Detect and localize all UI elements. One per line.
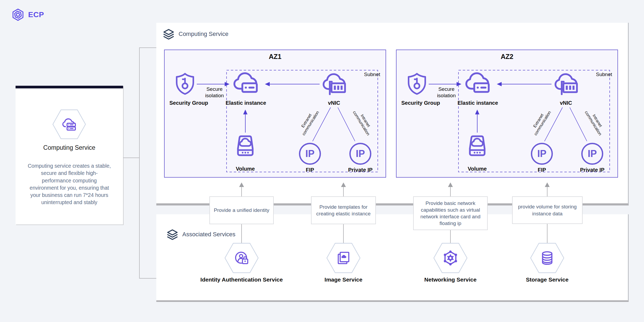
arrowhead-up xyxy=(243,110,247,114)
callout-network-capabilities: Provide basic network capabilities such … xyxy=(413,196,488,230)
storage-service-label: Storage Service xyxy=(502,276,593,283)
fip-ip-text: IP xyxy=(305,148,314,159)
vnic-icon xyxy=(324,74,345,94)
computing-service-hexagon xyxy=(52,109,86,139)
elastic-instance-label: Elastic instance xyxy=(216,100,275,106)
vnic-label: vNIC xyxy=(539,100,593,106)
bracket-top-stub xyxy=(139,47,157,48)
connector-line xyxy=(343,224,344,243)
connector-line xyxy=(547,187,547,196)
private-ip-label: Private IP xyxy=(568,167,616,173)
volume-icon xyxy=(238,136,253,155)
connector-line xyxy=(547,224,547,243)
layers-icon xyxy=(162,28,175,40)
connector-line xyxy=(450,230,451,243)
card-description: Computing service creates a stable, secu… xyxy=(27,162,112,206)
layers-icon xyxy=(166,228,179,241)
private-ip-text: IP xyxy=(588,148,597,159)
elastic-instance-icon xyxy=(234,73,257,92)
private-ip-text: IP xyxy=(356,148,365,159)
secure-isolation-label: Secure isolation xyxy=(431,86,462,99)
identity-service-label: Identity Authentication Service xyxy=(196,276,287,283)
up-arrowhead xyxy=(545,182,550,187)
connector-line xyxy=(450,187,451,196)
arrowhead-left xyxy=(265,82,270,86)
arrowhead-right xyxy=(457,82,461,86)
arrowhead-up xyxy=(475,110,479,114)
subnet-label: Subnet xyxy=(583,71,612,78)
az2-box: AZ2 Subnet Secure isolation Security Gro… xyxy=(396,50,618,178)
security-group-label: Security Group xyxy=(397,100,445,106)
fip-label: FIP xyxy=(520,167,563,173)
computing-section-header: Computing Service xyxy=(162,28,228,40)
architecture-diagram: ECP Computing Service Computing service … xyxy=(0,0,644,322)
private-ip-label: Private IP xyxy=(336,167,384,173)
callout-image-templates: Provide templates for creating elastic i… xyxy=(311,196,376,224)
image-service-hexagon xyxy=(326,243,361,273)
computing-section-title: Computing Service xyxy=(179,31,228,38)
associated-section-header: Associated Services xyxy=(166,228,235,241)
connector-line xyxy=(343,187,344,196)
service-networking: Networking Service xyxy=(405,243,496,283)
up-arrowhead xyxy=(448,182,453,187)
hex-spiral-logo-icon xyxy=(11,8,25,21)
service-storage: Storage Service xyxy=(502,243,593,283)
storage-service-hexagon xyxy=(530,243,564,273)
security-group-icon xyxy=(177,74,193,94)
elastic-instance-label: Elastic instance xyxy=(448,100,507,106)
volume-label: Volume xyxy=(221,166,269,172)
vnic-label: vNIC xyxy=(307,100,361,106)
arrowhead-left xyxy=(497,82,502,86)
card-title: Computing Service xyxy=(16,144,123,151)
fip-ip-badge: IP xyxy=(299,143,321,165)
vnic-icon xyxy=(556,74,577,94)
service-image: Image Service xyxy=(298,243,389,283)
service-identity-authentication: Identity Authentication Service xyxy=(196,243,287,283)
bracket-bottom-stub xyxy=(139,278,157,279)
bracket-vertical-line xyxy=(139,47,140,279)
identity-service-hexagon xyxy=(224,243,259,273)
up-arrowhead xyxy=(239,182,244,187)
connector-line xyxy=(241,187,242,196)
security-group-icon xyxy=(409,74,425,94)
image-service-label: Image Service xyxy=(298,276,389,283)
card-connector-line xyxy=(123,158,139,158)
security-group-label: Security Group xyxy=(165,100,213,106)
brand-logo: ECP xyxy=(11,8,44,21)
connector-line xyxy=(241,224,242,243)
secure-isolation-label: Secure isolation xyxy=(199,86,230,99)
subnet-label: Subnet xyxy=(351,71,380,78)
az1-box: AZ1 Subnet Secure isolation Security Gro… xyxy=(164,50,386,178)
volume-label: Volume xyxy=(453,166,501,172)
private-ip-badge: IP xyxy=(581,143,603,165)
fip-ip-text: IP xyxy=(537,148,546,159)
elastic-instance-icon xyxy=(466,73,489,92)
fip-label: FIP xyxy=(288,167,331,173)
up-arrowhead xyxy=(341,182,346,187)
private-ip-badge: IP xyxy=(349,143,371,165)
associated-section-title: Associated Services xyxy=(182,231,235,238)
networking-service-hexagon xyxy=(433,243,468,273)
volume-icon xyxy=(470,136,485,155)
computing-service-card: Computing Service Computing service crea… xyxy=(16,86,123,224)
arrowhead-right xyxy=(225,82,230,86)
callout-volume-storage: provide volume for storing instance data xyxy=(512,196,583,224)
brand-name: ECP xyxy=(28,10,44,19)
fip-ip-badge: IP xyxy=(531,143,553,165)
networking-service-label: Networking Service xyxy=(405,276,496,283)
callout-unified-identity: Provide a unified identity xyxy=(209,196,274,224)
